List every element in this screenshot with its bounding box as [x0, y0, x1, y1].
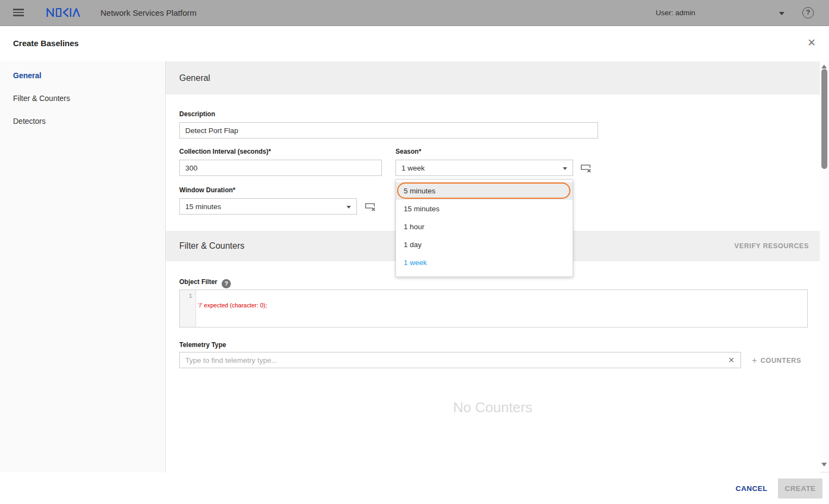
description-label: Description [179, 110, 215, 118]
telemetry-clear-icon[interactable]: ✕ [728, 356, 734, 364]
chevron-down-icon [347, 206, 351, 209]
object-filter-editor[interactable]: 1 '/' expected (character: 0); [179, 289, 808, 327]
editor-content[interactable]: '/' expected (character: 0); [196, 290, 807, 327]
window-duration-select-value: 15 minutes [185, 203, 221, 211]
user-menu-label[interactable]: User: admin [656, 0, 695, 26]
page-title: Create Baselines [13, 39, 79, 48]
description-input[interactable] [179, 122, 598, 138]
season-select[interactable]: 1 week [395, 160, 573, 176]
scrollbar-thumb[interactable] [821, 69, 827, 169]
nokia-logo [46, 7, 80, 21]
main-content: General Description Collection Interval … [166, 61, 820, 472]
sidebar-item-filter-counters[interactable]: Filter & Counters [0, 87, 165, 110]
dialog-header: Create Baselines [0, 26, 829, 61]
season-option-15-minutes[interactable]: 15 minutes [396, 200, 573, 218]
season-option-5-minutes[interactable]: 5 minutes [396, 182, 573, 200]
chevron-down-icon [563, 167, 567, 170]
dialog-body: General Filter & Counters Detectors Gene… [0, 61, 829, 472]
app-title: Network Services Platform [101, 0, 197, 26]
dialog-footer: CANCEL CREATE [0, 473, 829, 504]
user-menu-caret-icon[interactable] [779, 12, 784, 15]
telemetry-type-input[interactable] [179, 352, 741, 368]
help-icon[interactable]: ? [802, 7, 814, 18]
collection-interval-label: Collection Interval (seconds)* [179, 148, 271, 155]
cancel-button[interactable]: CANCEL [728, 479, 775, 499]
season-clear-icon[interactable] [580, 163, 592, 173]
season-select-value: 1 week [401, 164, 425, 172]
no-counters-placeholder: No Counters [166, 399, 820, 416]
scroll-down-icon[interactable] [821, 463, 827, 467]
object-filter-label: Object Filter? [179, 278, 231, 288]
season-option-1-hour[interactable]: 1 hour [396, 218, 573, 236]
window-duration-clear-icon[interactable] [365, 202, 376, 212]
hamburger-menu-icon[interactable] [13, 9, 24, 17]
season-dropdown-menu: 5 minutes 15 minutes 1 hour 1 day 1 week [395, 179, 573, 277]
season-label: Season* [395, 148, 421, 155]
object-filter-help-icon[interactable]: ? [222, 279, 231, 288]
window-duration-select[interactable]: 15 minutes [179, 198, 357, 215]
close-icon[interactable]: ✕ [806, 37, 817, 48]
sidebar: General Filter & Counters Detectors [0, 61, 166, 472]
plus-icon: + [752, 356, 757, 365]
general-section-header: General [166, 61, 820, 94]
sidebar-item-general[interactable]: General [0, 64, 165, 87]
collection-interval-input[interactable] [179, 160, 382, 176]
top-app-bar: Network Services Platform User: admin ? [0, 0, 829, 26]
season-option-1-week[interactable]: 1 week [396, 254, 573, 272]
telemetry-type-label: Telemetry Type [179, 341, 226, 349]
window-duration-label: Window Duration* [179, 186, 235, 194]
editor-line-number: 1 [180, 290, 196, 327]
season-option-1-day[interactable]: 1 day [396, 236, 573, 254]
verify-resources-button[interactable]: VERIFY RESOURCES [734, 231, 809, 261]
filter-counters-section-title: Filter & Counters [179, 231, 244, 261]
create-baselines-window: Network Services Platform User: admin ? … [0, 0, 829, 504]
telemetry-type-field-wrap: ✕ [179, 352, 741, 368]
general-section-title: General [179, 61, 210, 94]
scroll-up-icon[interactable] [821, 65, 827, 68]
create-button[interactable]: CREATE [778, 478, 822, 499]
editor-error-message: '/' expected (character: 0); [198, 302, 267, 308]
sidebar-item-detectors[interactable]: Detectors [0, 110, 165, 133]
vertical-scrollbar[interactable] [820, 61, 829, 470]
add-counters-button[interactable]: +COUNTERS [752, 356, 801, 366]
